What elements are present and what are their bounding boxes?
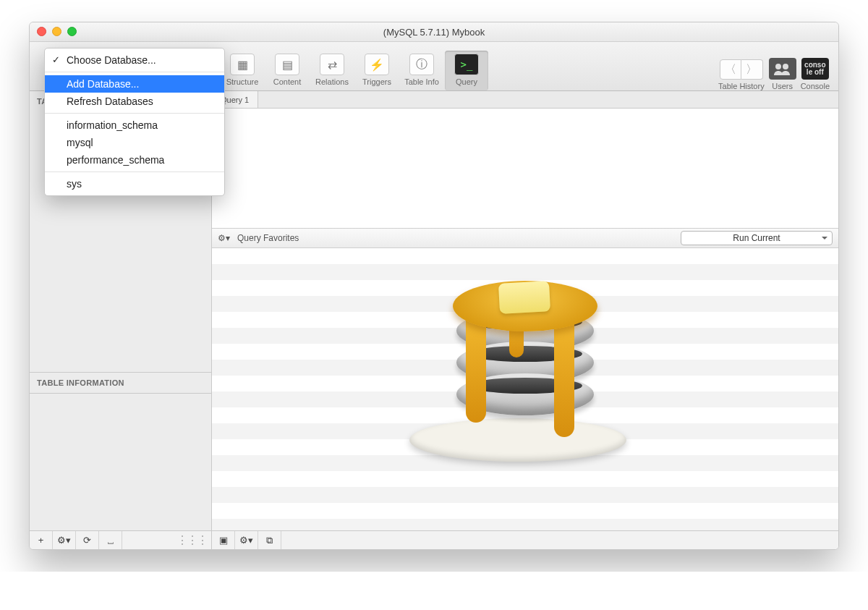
close-window-button[interactable] <box>37 27 46 36</box>
bottom-panel-button[interactable]: ⧉ <box>258 531 281 550</box>
sidebar-gear-menu[interactable]: ⚙︎▾ <box>53 531 76 550</box>
query-favorites-label[interactable]: Query Favorites <box>237 233 299 243</box>
query-tabbar: Query 1 <box>212 91 838 109</box>
app-logo <box>212 248 838 530</box>
terminal-icon: >_ <box>454 54 479 75</box>
dropdown-db-item[interactable]: performance_schema <box>45 151 224 169</box>
dropdown-db-item[interactable]: information_schema <box>45 117 224 134</box>
tab-relations[interactable]: ⇄ Relations <box>310 51 354 90</box>
run-mode-select[interactable]: Run Current <box>681 231 833 245</box>
dropdown-choose-database[interactable]: Choose Database... <box>45 51 224 69</box>
database-dropdown: Choose Database... Add Database... Refre… <box>44 48 225 196</box>
users-icon <box>769 58 796 80</box>
tab-table-info[interactable]: ⓘ Table Info <box>400 51 443 90</box>
content-icon: ▤ <box>275 54 299 75</box>
query-editor[interactable] <box>212 109 838 228</box>
traffic-lights <box>37 27 77 36</box>
tab-triggers[interactable]: ⚡ Triggers <box>355 51 399 90</box>
sidebar-tools: + ⚙︎▾ ⟳ ⎵ ⋮⋮⋮ <box>30 530 211 549</box>
divider <box>45 113 224 114</box>
bottom-tools: ▣ ⚙︎▾ ⧉ <box>212 530 838 549</box>
svg-point-1 <box>783 64 788 69</box>
bottom-expand-button[interactable]: ▣ <box>212 531 235 550</box>
dropdown-db-sys[interactable]: sys <box>45 175 224 192</box>
info-icon: ⓘ <box>409 54 434 75</box>
gear-icon: ⚙︎▾ <box>57 535 71 546</box>
tab-structure[interactable]: ▦ Structure <box>221 51 264 90</box>
titlebar: (MySQL 5.7.11) Mybook <box>30 22 838 42</box>
divider <box>45 171 224 172</box>
bottom-gear-menu[interactable]: ⚙︎▾ <box>235 531 258 550</box>
window-title: (MySQL 5.7.11) Mybook <box>383 27 485 38</box>
structure-icon: ▦ <box>230 54 255 75</box>
panel-icon: ⧉ <box>266 535 273 546</box>
plus-icon: + <box>38 535 44 546</box>
add-table-button[interactable]: + <box>30 531 53 550</box>
toolbar-tabs: ▦ Structure ▤ Content ⇄ Relations ⚡ Trig… <box>221 51 488 90</box>
console-icon: conso le off <box>801 58 829 80</box>
minimize-window-button[interactable] <box>52 27 61 36</box>
query-bar: ⚙︎▾ Query Favorites Run Current <box>212 228 838 248</box>
chevron-right-icon: 〉 <box>746 62 757 77</box>
app-window: (MySQL 5.7.11) Mybook ▦ Structure ▤ Cont… <box>29 22 839 550</box>
refresh-button[interactable]: ⟳ <box>76 531 99 550</box>
dropdown-add-database[interactable]: Add Database... <box>45 75 224 93</box>
history-back-button[interactable]: 〈 <box>720 59 741 80</box>
triggers-icon: ⚡ <box>365 54 389 75</box>
users-toolbar[interactable]: Users <box>769 58 796 90</box>
query-gear-menu[interactable]: ⚙︎▾ <box>218 233 230 243</box>
console-toolbar[interactable]: conso le off Console <box>801 58 830 90</box>
main-area: Query 1 ⚙︎▾ Query Favorites Run Current <box>212 91 838 549</box>
chevron-left-icon: 〈 <box>725 62 736 77</box>
results-pane <box>212 248 838 530</box>
tab-query[interactable]: >_ Query <box>445 51 488 90</box>
table-history: 〈 〉 Table History <box>718 59 765 90</box>
collapse-icon: ⎵ <box>108 535 114 546</box>
history-forward-button[interactable]: 〉 <box>741 59 763 80</box>
dropdown-db-item[interactable]: mysql <box>45 134 224 151</box>
sidebar-info-header: TABLE INFORMATION <box>30 372 211 393</box>
dropdown-refresh-databases[interactable]: Refresh Databases <box>45 93 224 110</box>
gear-icon: ⚙︎▾ <box>239 535 253 546</box>
table-information-pane <box>30 393 211 530</box>
toggle-info-pane-button[interactable]: ⎵ <box>99 531 122 550</box>
zoom-window-button[interactable] <box>67 27 77 36</box>
divider <box>45 72 224 72</box>
relations-icon: ⇄ <box>320 54 344 75</box>
tab-content[interactable]: ▤ Content <box>265 51 309 90</box>
expand-icon: ▣ <box>219 535 228 546</box>
sidebar-resize-handle[interactable]: ⋮⋮⋮ <box>176 533 211 547</box>
svg-point-0 <box>775 64 781 69</box>
refresh-icon: ⟳ <box>83 535 91 546</box>
